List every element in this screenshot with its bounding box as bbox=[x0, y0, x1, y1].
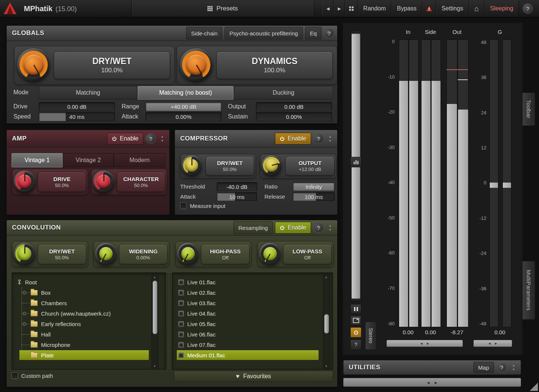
list-divider-grip[interactable] bbox=[167, 273, 171, 369]
tree-item[interactable]: Early reflections bbox=[31, 319, 81, 329]
tree-item[interactable]: Chambers bbox=[31, 298, 67, 308]
toolbar-tab[interactable]: Toolbar bbox=[522, 92, 535, 126]
tree-item[interactable]: Box bbox=[31, 288, 51, 297]
ir-file-item-selected[interactable]: Medium 01.flac bbox=[177, 350, 319, 360]
amp-tab-modern[interactable]: Modern bbox=[114, 153, 165, 167]
ir-file-item[interactable]: Live 03.flac bbox=[177, 298, 319, 308]
file-scrollbar[interactable]: ▴ ▾ bbox=[323, 274, 330, 369]
randomize-button[interactable] bbox=[345, 1, 358, 16]
drywet-knob[interactable] bbox=[17, 48, 50, 81]
sidechain-button[interactable]: Side-chain bbox=[186, 27, 222, 39]
comp-output-knob[interactable] bbox=[261, 155, 282, 176]
mode-matching[interactable]: Matching bbox=[39, 86, 137, 99]
home-button[interactable]: ⌂ bbox=[469, 1, 485, 16]
ratio-field[interactable]: Infinity bbox=[293, 182, 335, 191]
dynamics-plate[interactable]: DYNAMICS 100.0% bbox=[216, 51, 333, 79]
tree-scrollbar-thumb[interactable] bbox=[153, 281, 157, 334]
convolution-preset-spinner[interactable]: ▴▾ bbox=[326, 222, 334, 234]
ir-file-item[interactable]: Live 04.flac bbox=[177, 309, 319, 318]
map-button[interactable]: Map bbox=[473, 362, 494, 373]
amp-tab-vintage2[interactable]: Vintage 2 bbox=[63, 153, 114, 167]
scroll-up-icon[interactable]: ▴ bbox=[152, 275, 157, 279]
comp-output-plate[interactable]: OUTPUT +12.00 dB bbox=[285, 156, 335, 176]
meter-options-button[interactable] bbox=[350, 157, 361, 167]
ir-file-item[interactable]: Live 02.flac bbox=[177, 288, 319, 297]
settings-button[interactable]: Settings bbox=[436, 1, 469, 16]
comp-drywet-knob[interactable] bbox=[182, 155, 202, 176]
tree-item[interactable]: Microphone bbox=[31, 340, 70, 350]
conv-drywet-knob[interactable] bbox=[14, 243, 35, 265]
tree-root-item[interactable]: Root bbox=[17, 277, 37, 287]
meter-help-button[interactable]: ? bbox=[350, 339, 361, 350]
convolution-enable-button[interactable]: Enable bbox=[275, 222, 311, 234]
favourites-button[interactable]: ♥ Favourites bbox=[174, 371, 333, 382]
help-button[interactable]: ? bbox=[519, 1, 537, 16]
amp-enable-button[interactable]: Enable bbox=[107, 133, 143, 145]
bypass-button[interactable]: Bypass bbox=[391, 1, 422, 16]
tree-item[interactable]: Hall bbox=[31, 329, 51, 339]
mode-matching-no-boost[interactable]: Matching (no boost) bbox=[138, 86, 234, 99]
file-scrollbar-thumb[interactable] bbox=[324, 314, 329, 333]
expander-icon[interactable] bbox=[23, 322, 26, 326]
tree-item-selected[interactable]: Plate bbox=[19, 350, 149, 360]
scroll-down-icon[interactable]: ▾ bbox=[323, 364, 329, 369]
mode-ducking[interactable]: Ducking bbox=[234, 86, 333, 99]
scroll-down-icon[interactable]: ▾ bbox=[152, 364, 157, 369]
amp-drive-plate[interactable]: DRIVE 50.0% bbox=[38, 172, 86, 192]
sustain-field[interactable]: 0.00% bbox=[256, 112, 332, 121]
tree-item[interactable]: Church (www.hauptwerk.cz) bbox=[31, 309, 111, 318]
conv-highpass-plate[interactable]: HIGH-PASS Off bbox=[201, 244, 250, 264]
custom-path-checkbox[interactable] bbox=[12, 373, 18, 379]
compressor-preset-spinner[interactable]: ▴▾ bbox=[326, 133, 334, 145]
expander-icon[interactable] bbox=[23, 312, 26, 315]
meter-power-button[interactable] bbox=[350, 327, 361, 338]
amp-character-plate[interactable]: CHARACTER 50.0% bbox=[117, 172, 165, 192]
conv-widening-knob[interactable] bbox=[95, 243, 117, 265]
ir-file-item[interactable]: Live 06.flac bbox=[177, 329, 319, 339]
comp-drywet-plate[interactable]: DRY/WET 50.0% bbox=[206, 156, 254, 176]
popout-button[interactable] bbox=[350, 316, 361, 325]
random-button[interactable]: Random bbox=[358, 1, 391, 16]
prev-preset-button[interactable]: ◀ bbox=[322, 1, 333, 16]
compressor-enable-button[interactable]: Enable bbox=[275, 133, 311, 145]
amp-tab-vintage1[interactable]: Vintage 1 bbox=[12, 153, 63, 167]
comp-attack-field[interactable]: 10 ms bbox=[217, 192, 257, 201]
psycho-acoustic-button[interactable]: Psycho-acoustic prefiltering bbox=[225, 27, 303, 39]
window-resize-grip[interactable] bbox=[530, 383, 538, 391]
dynamics-knob[interactable] bbox=[180, 48, 213, 81]
gain-range-scrollbar[interactable]: ◂ ▸ bbox=[473, 340, 512, 347]
ir-file-item[interactable]: Live 07.flac bbox=[177, 340, 319, 350]
presets-button[interactable]: Presets bbox=[131, 1, 314, 16]
next-preset-button[interactable]: ▶ bbox=[333, 1, 345, 16]
compressor-help-button[interactable]: ? bbox=[313, 133, 324, 144]
conv-drywet-plate[interactable]: DRY/WET 50.0% bbox=[38, 244, 86, 264]
amp-character-knob[interactable] bbox=[93, 171, 115, 192]
sleeping-indicator[interactable]: Sleeping bbox=[485, 1, 519, 16]
conv-lowpass-plate[interactable]: LOW-PASS Off bbox=[283, 244, 332, 264]
expander-icon[interactable] bbox=[23, 291, 26, 294]
range-field[interactable]: +40.00 dB bbox=[145, 102, 222, 111]
release-field[interactable]: 100 ms bbox=[293, 192, 335, 201]
output-field[interactable]: 0.00 dB bbox=[256, 102, 332, 111]
stereo-mode-button[interactable]: Stereo bbox=[365, 322, 376, 350]
utilities-help-button[interactable]: ? bbox=[497, 363, 507, 372]
globals-help-button[interactable]: ? bbox=[324, 28, 334, 38]
conv-lowpass-knob[interactable] bbox=[259, 243, 281, 265]
ir-file-item[interactable]: Live 05.flac bbox=[177, 319, 319, 329]
multiparameters-tab[interactable]: MultiParameters bbox=[522, 261, 535, 320]
threshold-field[interactable]: -40.0 dB bbox=[217, 182, 257, 191]
resampling-button[interactable]: Resampling bbox=[234, 221, 273, 234]
ir-file-item[interactable]: Live 01.flac bbox=[177, 277, 319, 287]
amp-preset-spinner[interactable]: ▴▾ bbox=[158, 133, 166, 145]
drywet-plate[interactable]: DRY/WET 100.0% bbox=[54, 51, 170, 79]
measure-input-checkbox[interactable] bbox=[180, 203, 187, 209]
pause-button[interactable] bbox=[350, 304, 361, 314]
meter-range-scrollbar[interactable]: ◂ ▸ bbox=[386, 340, 463, 347]
utilities-scrollbar[interactable]: ◂ ▸ bbox=[343, 378, 521, 387]
tree-scrollbar[interactable]: ▴ ▾ bbox=[151, 274, 159, 369]
eq-button[interactable]: Eq bbox=[305, 27, 322, 39]
conv-widening-plate[interactable]: WIDENING 0.00% bbox=[119, 244, 167, 264]
drive-field[interactable]: 0.00 dB bbox=[39, 102, 115, 111]
amp-drive-knob[interactable] bbox=[14, 171, 35, 192]
attack-field[interactable]: 0.00% bbox=[145, 112, 222, 121]
